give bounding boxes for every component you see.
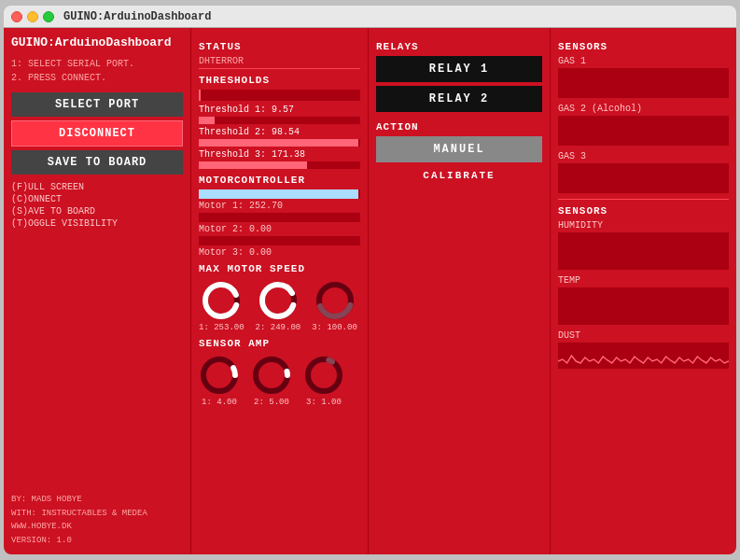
max-motor-knobs-row: 1: 253.00 2: 249.00 bbox=[199, 280, 360, 332]
svg-point-8 bbox=[256, 359, 287, 391]
main-content: GUINO:ArduinoDashboard 1: SELECT SERIAL … bbox=[4, 28, 736, 554]
threshold-1-label: Threshold 1: 9.57 bbox=[199, 105, 360, 115]
dust-label: DUST bbox=[558, 330, 729, 341]
footer-version: VERSION: 1.0 bbox=[11, 534, 183, 547]
max-motor-knob-1: 1: 253.00 bbox=[199, 280, 244, 332]
gas-3-display bbox=[558, 163, 729, 193]
sidebar-menu: (F)ULL SCREEN (C)ONNECT (S)AVE TO BOARD … bbox=[11, 182, 183, 229]
humidity-block: HUMIDITY bbox=[558, 220, 729, 270]
menu-connect[interactable]: (C)ONNECT bbox=[11, 194, 183, 204]
threshold-3-row: Threshold 3: 171.38 bbox=[199, 149, 360, 169]
threshold-1-bar bbox=[199, 117, 215, 124]
motor-3-label: Motor 3: 0.00 bbox=[199, 247, 360, 258]
threshold-input-bar[interactable] bbox=[199, 90, 360, 101]
instruction-1: 1: SELECT SERIAL PORT. bbox=[11, 57, 183, 71]
thresholds-label: THRESHOLDS bbox=[199, 75, 360, 86]
gas-2-display bbox=[558, 116, 729, 146]
sensor-amp-knob-2-label: 2: 5.00 bbox=[254, 398, 289, 407]
threshold-3-bar-container bbox=[199, 161, 360, 169]
footer-by: BY: MADS HOBYE bbox=[11, 493, 183, 506]
calibrate-button[interactable]: CALIBRATE bbox=[376, 166, 542, 185]
traffic-lights bbox=[11, 11, 54, 22]
motor-1-bar-container bbox=[199, 189, 360, 199]
gas-1-display bbox=[558, 68, 729, 98]
menu-toggle[interactable]: (T)OGGLE VISIBILITY bbox=[11, 218, 183, 229]
gas-2-block: GAS 2 (Alcohol) bbox=[558, 104, 729, 146]
app-window: GUINO:ArduinoDashboard GUINO:ArduinoDash… bbox=[4, 6, 736, 554]
threshold-2-label: Threshold 2: 98.54 bbox=[199, 127, 360, 137]
threshold-1-bar-container bbox=[199, 117, 360, 124]
threshold-3-label: Threshold 3: 171.38 bbox=[199, 149, 360, 160]
threshold-2-bar-container bbox=[199, 139, 360, 147]
motor-3-bar-container bbox=[199, 236, 360, 245]
threshold-1-row: Threshold 1: 9.57 bbox=[199, 105, 360, 124]
max-motor-knob-2-dial[interactable] bbox=[258, 280, 299, 321]
sensor-amp-knob-3-label: 3: 1.00 bbox=[306, 398, 342, 407]
motor-1-bar bbox=[199, 189, 358, 199]
motor-2-label: Motor 2: 0.00 bbox=[199, 224, 360, 234]
gas-1-label: GAS 1 bbox=[558, 56, 729, 66]
motor-1-label: Motor 1: 252.70 bbox=[199, 201, 360, 211]
max-motor-knob-1-dial[interactable] bbox=[201, 280, 242, 321]
relays-label: RELAYS bbox=[376, 41, 542, 52]
relay-2-button[interactable]: RELAY 2 bbox=[376, 86, 542, 112]
save-to-board-button[interactable]: SAVE TO BOARD bbox=[11, 150, 183, 175]
menu-fullscreen[interactable]: (F)ULL SCREEN bbox=[11, 182, 183, 192]
dust-block: DUST bbox=[558, 330, 729, 369]
minimize-button[interactable] bbox=[27, 11, 38, 22]
threshold-3-bar bbox=[199, 161, 307, 169]
sensor-amp-knobs-row: 1: 4.00 2: 5.00 bbox=[199, 355, 360, 407]
footer-www: WWW.HOBYE.DK bbox=[11, 520, 183, 533]
menu-save[interactable]: (S)AVE TO BOARD bbox=[11, 206, 183, 217]
close-button[interactable] bbox=[11, 11, 22, 22]
action-section: ACTION MANUEL CALIBRATE bbox=[376, 121, 542, 185]
sensors-env-label: SENSORS bbox=[558, 205, 729, 217]
sensors-panel: SENSORS GAS 1 GAS 2 (Alcohol) GAS 3 SENS… bbox=[550, 28, 736, 554]
select-port-button[interactable]: SELECT PORT bbox=[11, 92, 183, 117]
manuel-button[interactable]: MANUEL bbox=[376, 136, 542, 162]
svg-point-1 bbox=[205, 285, 237, 316]
max-motor-knob-3-label: 3: 100.00 bbox=[312, 323, 357, 332]
max-motor-knob-1-label: 1: 253.00 bbox=[199, 323, 244, 332]
svg-point-6 bbox=[203, 359, 235, 391]
motorcontroller-label: MOTORCONTROLLER bbox=[199, 175, 360, 186]
max-motor-knob-2: 2: 249.00 bbox=[256, 280, 301, 332]
maximize-button[interactable] bbox=[43, 11, 54, 22]
sensor-amp-knob-1-dial[interactable] bbox=[199, 355, 240, 396]
temp-display bbox=[558, 287, 729, 325]
sensor-amp-label: SENSOR AMP bbox=[199, 338, 360, 349]
max-motor-speed-label: MAX MOTOR SPEED bbox=[199, 263, 360, 274]
sensor-amp-knob-2: 2: 5.00 bbox=[251, 355, 292, 407]
humidity-label: HUMIDITY bbox=[558, 220, 729, 231]
svg-point-10 bbox=[308, 359, 340, 391]
motor-2-bar-container bbox=[199, 213, 360, 222]
sensor-amp-knob-2-dial[interactable] bbox=[251, 355, 292, 396]
max-motor-knob-3-dial[interactable] bbox=[314, 280, 356, 321]
threshold-2-bar bbox=[199, 139, 358, 147]
svg-point-3 bbox=[262, 285, 294, 316]
sidebar-instructions: 1: SELECT SERIAL PORT. 2. PRESS CONNECT. bbox=[11, 57, 183, 85]
sensor-amp-knob-3-dial[interactable] bbox=[303, 355, 344, 396]
max-motor-knob-3: 3: 100.00 bbox=[312, 280, 357, 332]
sensor-amp-knob-1-label: 1: 4.00 bbox=[202, 398, 237, 407]
disconnect-button[interactable]: DISCONNECT bbox=[11, 120, 183, 147]
relay-1-button[interactable]: RELAY 1 bbox=[376, 56, 542, 82]
status-label: STATUS bbox=[199, 41, 360, 52]
sensor-amp-knob-1: 1: 4.00 bbox=[199, 355, 240, 407]
dust-display bbox=[558, 343, 729, 369]
temp-block: TEMP bbox=[558, 275, 729, 325]
footer-with: WITH: INSTRUCTABLES & MEDEA bbox=[11, 507, 183, 520]
humidity-display bbox=[558, 232, 729, 270]
status-bar: DHTERROR bbox=[199, 56, 360, 69]
sidebar: GUINO:ArduinoDashboard 1: SELECT SERIAL … bbox=[4, 28, 190, 554]
max-motor-knob-2-label: 2: 249.00 bbox=[256, 323, 301, 332]
instruction-2: 2. PRESS CONNECT. bbox=[11, 71, 183, 85]
sensor-amp-knob-3: 3: 1.00 bbox=[303, 355, 344, 407]
gas-1-block: GAS 1 bbox=[558, 56, 729, 98]
sensors-gas-label: SENSORS bbox=[558, 41, 729, 52]
sidebar-title: GUINO:ArduinoDashboard bbox=[11, 35, 183, 49]
action-label: ACTION bbox=[376, 121, 542, 133]
gas-2-label: GAS 2 (Alcohol) bbox=[558, 104, 729, 114]
temp-label: TEMP bbox=[558, 275, 729, 286]
sidebar-footer: BY: MADS HOBYE WITH: INSTRUCTABLES & MED… bbox=[11, 493, 183, 547]
